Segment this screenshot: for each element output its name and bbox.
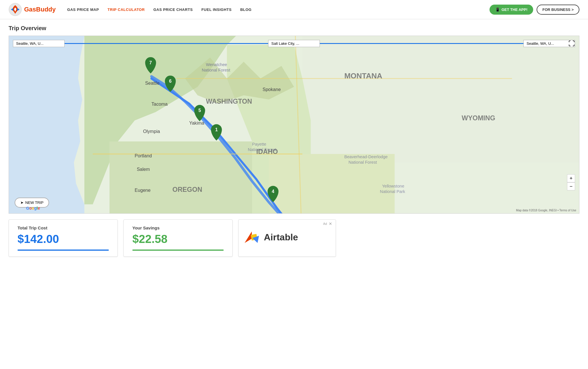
header-buttons: 📱 GET THE APP! FOR BUSINESS > (490, 5, 579, 15)
total-cost-bar (18, 250, 109, 251)
waypoint-connector-1 (65, 43, 268, 44)
nav-blog[interactable]: BLOG (240, 7, 252, 12)
map-attribution: Map data ©2018 Google, INEGI • Terms of … (516, 209, 576, 212)
new-trip-icon: ➤ (20, 200, 24, 205)
svg-text:Yakima: Yakima (189, 120, 204, 125)
svg-text:National Forest: National Forest (248, 147, 276, 152)
fullscreen-button[interactable] (568, 40, 575, 47)
waypoint-3-wrapper[interactable] (523, 40, 575, 47)
nav-trip-calculator[interactable]: TRIP CALCULATOR (108, 7, 145, 12)
zoom-in-button[interactable]: + (567, 174, 575, 182)
svg-text:1: 1 (215, 127, 218, 132)
svg-text:OREGON: OREGON (173, 186, 202, 193)
nav-gas-price-map[interactable]: GAS PRICE MAP (67, 7, 99, 12)
nav-fuel-insights[interactable]: FUEL INSIGHTS (201, 7, 231, 12)
svg-text:Wenatchee: Wenatchee (206, 62, 227, 67)
svg-text:Olympia: Olympia (143, 129, 160, 134)
svg-text:Portland: Portland (135, 153, 152, 158)
waypoint-connector-2 (320, 43, 523, 44)
ad-label: Ad (323, 222, 327, 225)
page-title: Trip Overview (9, 25, 579, 32)
svg-text:MONTANA: MONTANA (344, 72, 382, 80)
bottom-cards: Total Trip Cost $142.00 Your Savings $22… (9, 219, 579, 257)
svg-text:7: 7 (149, 60, 152, 65)
svg-text:5: 5 (198, 108, 201, 113)
your-savings-bar (132, 250, 224, 251)
get-app-button[interactable]: 📱 GET THE APP! (490, 5, 533, 15)
mobile-icon: 📱 (495, 7, 500, 12)
airtable-company-name: Airtable (264, 232, 298, 243)
svg-text:National Forest: National Forest (349, 160, 377, 165)
nav-gas-price-charts[interactable]: GAS PRICE CHARTS (153, 7, 193, 12)
zoom-controls: + − (567, 174, 575, 190)
your-savings-label: Your Savings (132, 225, 224, 230)
svg-text:Salem: Salem (137, 167, 150, 172)
logo-area[interactable]: GasBuddy (9, 3, 56, 16)
waypoint-bar (9, 40, 579, 47)
google-logo: Google (26, 206, 40, 210)
svg-text:Payette: Payette (252, 142, 266, 146)
your-savings-value: $22.58 (132, 233, 224, 246)
header: GasBuddy GAS PRICE MAP TRIP CALCULATOR G… (0, 0, 588, 19)
new-trip-label: NEW TRIP (25, 200, 43, 205)
svg-text:WASHINGTON: WASHINGTON (206, 98, 252, 105)
gasbuddy-logo-icon (9, 3, 22, 16)
svg-text:Beaverhead-Deerlodge: Beaverhead-Deerlodge (344, 154, 388, 159)
waypoint-1-input[interactable] (16, 41, 56, 46)
svg-text:Eugene: Eugene (135, 188, 150, 193)
ad-close-button[interactable]: ✕ (329, 221, 332, 226)
main-nav: GAS PRICE MAP TRIP CALCULATOR GAS PRICE … (67, 7, 490, 12)
your-savings-card: Your Savings $22.58 (123, 219, 233, 257)
svg-text:Spokane: Spokane (262, 87, 281, 92)
map-background: WASHINGTON OREGON IDAHO MONTANA WYOMING … (9, 36, 579, 213)
total-cost-card: Total Trip Cost $142.00 (9, 219, 118, 257)
page-content: Trip Overview (0, 19, 588, 262)
waypoint-2-wrapper[interactable] (268, 40, 320, 47)
zoom-out-button[interactable]: − (567, 182, 575, 190)
total-cost-label: Total Trip Cost (18, 225, 109, 230)
total-cost-value: $142.00 (18, 233, 109, 246)
svg-text:4: 4 (272, 189, 274, 194)
svg-text:Yellowstone: Yellowstone (382, 184, 404, 188)
svg-text:WYOMING: WYOMING (462, 114, 495, 122)
svg-text:Tacoma: Tacoma (152, 101, 168, 107)
svg-text:National Forest: National Forest (202, 68, 230, 72)
ad-card: Ad ✕ Airtable (238, 219, 336, 257)
airtable-icon (243, 230, 260, 244)
svg-text:6: 6 (169, 78, 172, 84)
svg-rect-2 (302, 36, 579, 162)
svg-text:National Park: National Park (380, 189, 405, 194)
airtable-logo: Airtable (243, 230, 331, 244)
waypoint-2-input[interactable] (271, 41, 312, 46)
svg-text:Seattle: Seattle (145, 80, 160, 86)
waypoint-3-input[interactable] (527, 41, 567, 46)
logo-text: GasBuddy (24, 6, 56, 13)
waypoint-1-wrapper[interactable] (13, 40, 65, 47)
map-container[interactable]: WASHINGTON OREGON IDAHO MONTANA WYOMING … (9, 36, 579, 214)
for-business-button[interactable]: FOR BUSINESS > (537, 5, 579, 15)
